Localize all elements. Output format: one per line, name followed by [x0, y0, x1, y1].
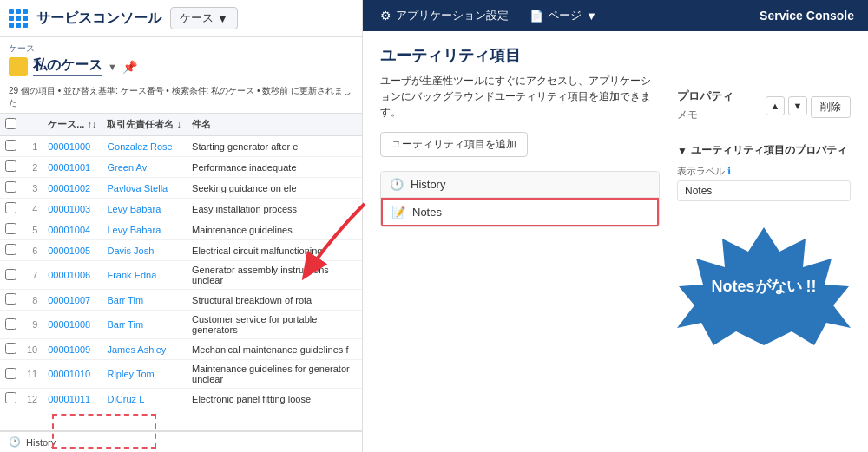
row-number: 8	[22, 290, 43, 311]
right-panel: ⚙ アプリケーション設定 📄 ページ ▼ Service Console ユーテ…	[363, 0, 868, 452]
left-header: サービスコンソール ケース ▼	[0, 0, 362, 37]
case-number[interactable]: 00001003	[43, 199, 102, 219]
section-title: ユーティリティ項目	[380, 45, 660, 66]
contact-name[interactable]: Levy Babara	[102, 219, 187, 240]
row-checkbox[interactable]	[0, 290, 22, 311]
row-number: 11	[22, 360, 43, 389]
table-row[interactable]: 6 00001005 Davis Josh Electrical circuit…	[0, 240, 362, 261]
contact-name[interactable]: Ripley Tom	[102, 360, 187, 389]
contact-name[interactable]: DiCruz L	[102, 389, 187, 409]
notes-label: Notes	[412, 206, 442, 219]
filter-row: 29 個の項目 • 並び替え基準: ケース番号 • 検索条件: 私のケース • …	[0, 82, 362, 114]
case-number[interactable]: 00001000	[43, 136, 102, 157]
subject: Easy installation process	[187, 199, 362, 219]
label-field-value[interactable]: Notes	[677, 180, 851, 201]
move-up-button[interactable]: ▲	[766, 96, 785, 115]
case-number[interactable]: 00001004	[43, 219, 102, 240]
col-contact[interactable]: 取引先責任者名 ↓	[102, 114, 187, 136]
case-number[interactable]: 00001008	[43, 311, 102, 339]
case-number[interactable]: 00001001	[43, 157, 102, 178]
row-number: 1	[22, 136, 43, 157]
svg-rect-0	[12, 63, 24, 71]
table-row[interactable]: 12 00001011 DiCruz L Electronic panel fi…	[0, 389, 362, 409]
table-row[interactable]: 2 00001001 Green Avi Performance inadequ…	[0, 157, 362, 178]
right-topbar: ⚙ アプリケーション設定 📄 ページ ▼ Service Console	[363, 0, 868, 31]
delete-button[interactable]: 削除	[811, 96, 851, 118]
contact-name[interactable]: James Ashley	[102, 339, 187, 360]
page-item[interactable]: 📄 ページ ▼	[526, 1, 601, 30]
row-number: 3	[22, 178, 43, 199]
move-down-button[interactable]: ▼	[788, 96, 807, 115]
case-number[interactable]: 00001007	[43, 290, 102, 311]
bottom-history-label[interactable]: History	[26, 437, 56, 448]
row-number: 2	[22, 157, 43, 178]
history-label: History	[411, 178, 445, 191]
row-checkbox[interactable]	[0, 178, 22, 199]
case-number[interactable]: 00001005	[43, 240, 102, 261]
table-row[interactable]: 4 00001003 Levy Babara Easy installation…	[0, 199, 362, 219]
table-row[interactable]: 11 00001010 Ripley Tom Maintenance guide…	[0, 360, 362, 389]
row-checkbox[interactable]	[0, 157, 22, 178]
app-settings-item[interactable]: ⚙ アプリケーション設定	[377, 1, 512, 30]
info-icon: ℹ	[727, 166, 731, 177]
utility-item-notes[interactable]: 📝 Notes	[381, 198, 659, 226]
row-checkbox[interactable]	[0, 261, 22, 290]
contact-name[interactable]: Levy Babara	[102, 199, 187, 219]
dropdown-arrow-icon[interactable]: ▼	[108, 62, 117, 72]
table-row[interactable]: 1 00001000 Gonzalez Rose Starting genera…	[0, 136, 362, 157]
label-field-label: 表示ラベル ℹ	[677, 165, 851, 178]
notes-icon: 📝	[391, 206, 405, 219]
table-row[interactable]: 8 00001007 Barr Tim Structural breakdown…	[0, 290, 362, 311]
row-checkbox[interactable]	[0, 360, 22, 389]
page-label: ページ	[548, 8, 582, 23]
contact-name[interactable]: Gonzalez Rose	[102, 136, 187, 157]
row-checkbox[interactable]	[0, 339, 22, 360]
row-checkbox[interactable]	[0, 136, 22, 157]
service-console-title: Service Console	[760, 9, 854, 23]
case-table-body: 1 00001000 Gonzalez Rose Starting genera…	[0, 136, 362, 409]
row-number: 10	[22, 339, 43, 360]
contact-name[interactable]: Barr Tim	[102, 290, 187, 311]
row-checkbox[interactable]	[0, 219, 22, 240]
add-utility-button[interactable]: ユーティリティ項目を追加	[380, 132, 528, 157]
subject: Starting generator after e	[187, 136, 362, 157]
right-content: ユーティリティ項目 ユーザが生産性ツールにすぐにアクセスし、アプリケーションにバ…	[363, 31, 868, 452]
utility-props-section: ▼ ユーティリティ項目のプロパティ 表示ラベル ℹ Notes	[677, 143, 851, 201]
table-row[interactable]: 3 00001002 Pavlova Stella Seeking guidan…	[0, 178, 362, 199]
case-number[interactable]: 00001010	[43, 360, 102, 389]
contact-name[interactable]: Green Avi	[102, 157, 187, 178]
utility-item-history[interactable]: 🕐 History	[381, 172, 659, 198]
row-checkbox[interactable]	[0, 199, 22, 219]
contact-name[interactable]: Pavlova Stella	[102, 178, 187, 199]
contact-name[interactable]: Davis Josh	[102, 240, 187, 261]
select-all-checkbox[interactable]	[0, 114, 22, 136]
table-row[interactable]: 10 00001009 James Ashley Mechanical main…	[0, 339, 362, 360]
page-icon: 📄	[529, 10, 543, 23]
case-number[interactable]: 00001002	[43, 178, 102, 199]
row-checkbox[interactable]	[0, 389, 22, 409]
current-page-title[interactable]: 私のケース	[33, 56, 102, 76]
tab-pill[interactable]: ケース ▼	[170, 7, 238, 29]
case-number[interactable]: 00001006	[43, 261, 102, 290]
table-row[interactable]: 7 00001006 Frank Edna Generator assembly…	[0, 261, 362, 290]
case-number[interactable]: 00001011	[43, 389, 102, 409]
col-case[interactable]: ケース... ↑↓	[43, 114, 102, 136]
main-column: ユーティリティ項目 ユーザが生産性ツールにすぐにアクセスし、アプリケーションにバ…	[380, 45, 660, 438]
subject: Electrical circuit malfunctioning	[187, 240, 362, 261]
contact-name[interactable]: Frank Edna	[102, 261, 187, 290]
table-row[interactable]: 5 00001004 Levy Babara Maintenance guide…	[0, 219, 362, 240]
subject: Electronic panel fitting loose	[187, 389, 362, 409]
topbar-left: ⚙ アプリケーション設定 📄 ページ ▼	[377, 1, 601, 30]
row-checkbox[interactable]	[0, 311, 22, 339]
subject: Generator assembly instructions unclear	[187, 261, 362, 290]
app-icon[interactable]	[9, 9, 28, 28]
subject: Mechanical maintenance guidelines f	[187, 339, 362, 360]
col-subject: 件名	[187, 114, 362, 136]
contact-name[interactable]: Barr Tim	[102, 311, 187, 339]
case-number[interactable]: 00001009	[43, 339, 102, 360]
current-page-row: 私のケース ▼ 📌	[0, 56, 362, 82]
row-number: 4	[22, 199, 43, 219]
utility-list: 🕐 History 📝 Notes	[380, 171, 660, 227]
row-checkbox[interactable]	[0, 240, 22, 261]
table-row[interactable]: 9 00001008 Barr Tim Customer service for…	[0, 311, 362, 339]
